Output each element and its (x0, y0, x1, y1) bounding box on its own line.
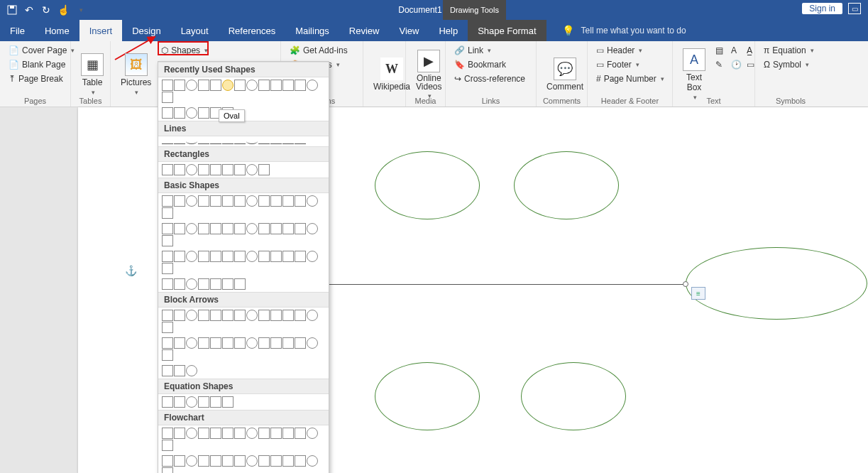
shapes-gallery[interactable]: Recently Used ShapesLinesRectanglesBasic… (158, 61, 329, 473)
gallery-shape[interactable] (307, 195, 318, 207)
gallery-shape[interactable] (198, 337, 209, 349)
gallery-shape[interactable] (210, 164, 221, 175)
gallery-shape[interactable] (162, 164, 173, 175)
gallery-shape[interactable] (282, 138, 294, 144)
gallery-shape[interactable] (258, 223, 270, 234)
ribbon-display-options-icon[interactable]: ▭ (848, 3, 861, 14)
gallery-shape[interactable] (174, 337, 185, 349)
gallery-shape[interactable] (162, 223, 173, 234)
gallery-shape[interactable] (198, 428, 209, 439)
gallery-shape[interactable] (186, 310, 197, 321)
gallery-shape[interactable] (174, 251, 185, 262)
gallery-shape[interactable] (270, 455, 282, 467)
tab-home[interactable]: Home (35, 20, 79, 41)
gallery-shape[interactable] (295, 428, 306, 439)
gallery-shape[interactable] (162, 337, 173, 349)
gallery-shape[interactable] (162, 440, 173, 451)
gallery-shape[interactable] (234, 278, 246, 290)
header-button[interactable]: ▭ Header (593, 44, 666, 57)
gallery-shape[interactable] (282, 223, 294, 234)
oval-shape[interactable] (686, 247, 867, 320)
gallery-shape[interactable] (186, 107, 197, 119)
gallery-shape[interactable] (162, 92, 173, 103)
gallery-shape[interactable] (198, 195, 209, 207)
gallery-shape[interactable] (246, 251, 258, 262)
gallery-shape[interactable] (246, 164, 258, 175)
connector-line[interactable] (329, 284, 686, 285)
tab-view[interactable]: View (389, 20, 429, 41)
gallery-shape[interactable] (234, 428, 246, 439)
wordart-icon[interactable]: A (728, 44, 742, 57)
gallery-shape[interactable] (295, 337, 306, 349)
gallery-shape[interactable] (162, 138, 173, 144)
gallery-shape[interactable] (270, 80, 282, 91)
gallery-shape[interactable] (282, 80, 294, 91)
gallery-shape[interactable] (162, 322, 173, 333)
tab-design[interactable]: Design (122, 20, 170, 41)
gallery-shape[interactable] (222, 251, 234, 262)
gallery-shape[interactable] (270, 195, 282, 207)
gallery-shape[interactable] (162, 365, 173, 376)
tab-layout[interactable]: Layout (171, 20, 219, 41)
gallery-shape[interactable] (222, 396, 234, 408)
gallery-shape[interactable] (270, 337, 282, 349)
gallery-shape[interactable] (270, 310, 282, 321)
gallery-shape[interactable] (222, 428, 234, 439)
undo-icon[interactable]: ↶ (21, 2, 37, 18)
gallery-shape[interactable] (246, 337, 258, 349)
gallery-shape[interactable] (198, 455, 209, 467)
gallery-shape[interactable] (162, 278, 173, 290)
gallery-shape[interactable] (162, 80, 173, 91)
gallery-shape[interactable] (162, 251, 173, 262)
gallery-shape[interactable] (258, 80, 270, 91)
gallery-shape[interactable] (162, 107, 173, 119)
gallery-shape[interactable] (174, 195, 185, 207)
gallery-shape[interactable] (295, 455, 306, 467)
oval-shape[interactable] (521, 362, 626, 430)
gallery-shape[interactable] (174, 223, 185, 234)
gallery-shape[interactable] (174, 428, 185, 439)
gallery-shape[interactable] (222, 278, 234, 290)
qat-customize-icon[interactable] (72, 2, 88, 18)
gallery-shape[interactable] (186, 138, 197, 144)
gallery-shape[interactable] (162, 455, 173, 467)
redo-icon[interactable]: ↻ (38, 2, 54, 18)
gallery-shape[interactable] (295, 251, 306, 262)
quick-parts-icon[interactable]: ▤ (713, 44, 727, 57)
layout-options-icon[interactable]: ≡ (691, 287, 705, 300)
gallery-shape[interactable] (222, 455, 234, 467)
gallery-shape[interactable] (198, 396, 209, 408)
gallery-shape[interactable] (295, 310, 306, 321)
gallery-shape[interactable] (246, 80, 258, 91)
gallery-shape[interactable] (162, 207, 173, 219)
gallery-shape[interactable] (174, 80, 185, 91)
gallery-shape[interactable] (246, 223, 258, 234)
gallery-shape[interactable] (174, 310, 185, 321)
gallery-shape[interactable] (258, 428, 270, 439)
tab-references[interactable]: References (219, 20, 285, 41)
gallery-shape[interactable] (246, 195, 258, 207)
gallery-shape[interactable] (258, 164, 270, 175)
tab-review[interactable]: Review (339, 20, 390, 41)
gallery-shape[interactable] (234, 138, 246, 144)
footer-button[interactable]: ▭ Footer (593, 58, 666, 71)
gallery-shape[interactable] (222, 164, 234, 175)
gallery-shape[interactable] (198, 164, 209, 175)
gallery-shape[interactable] (222, 80, 234, 91)
gallery-shape[interactable] (282, 337, 294, 349)
gallery-shape[interactable] (295, 195, 306, 207)
link-button[interactable]: 🔗 Link (451, 44, 530, 57)
gallery-shape[interactable] (246, 138, 258, 144)
gallery-shape[interactable] (234, 455, 246, 467)
gallery-shape[interactable] (210, 310, 221, 321)
gallery-shape[interactable] (198, 278, 209, 290)
gallery-shape[interactable] (258, 310, 270, 321)
gallery-shape[interactable] (246, 310, 258, 321)
gallery-shape[interactable] (210, 337, 221, 349)
gallery-shape[interactable] (174, 107, 185, 119)
gallery-shape[interactable] (282, 310, 294, 321)
gallery-shape[interactable] (307, 223, 318, 234)
gallery-shape[interactable] (258, 138, 270, 144)
gallery-shape[interactable] (295, 80, 306, 91)
gallery-shape[interactable] (198, 251, 209, 262)
